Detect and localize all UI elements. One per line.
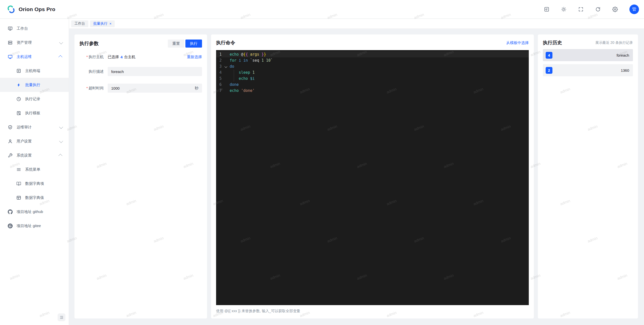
code-square-icon[interactable] [544, 7, 549, 12]
sidebar-item-label: 数据字典项 [25, 181, 44, 186]
code-token: ` [271, 58, 273, 63]
reselect-hosts-link[interactable]: 重新选择 [187, 55, 202, 59]
code-line[interactable]: 7echo 'done' [216, 88, 529, 94]
history-row[interactable]: 4 foreach [543, 49, 633, 61]
code-token: @ [241, 52, 243, 57]
code-token: echo [230, 88, 241, 93]
terminal-icon [16, 68, 21, 73]
sidebar-item-workbench[interactable]: 工作台 [0, 21, 69, 35]
dashboard-icon [8, 26, 13, 31]
sidebar-collapse-button[interactable] [58, 313, 65, 321]
fullscreen-icon[interactable] [578, 7, 584, 12]
host-count-badge: 2 [546, 67, 552, 74]
editor-hint: 使用 @{{ xxx }} 来替换参数, 输入_可以获取全部变量 [216, 309, 529, 313]
app-title: Orion Ops Pro [19, 6, 55, 12]
sidebar-item-label: 资产管理 [17, 40, 32, 45]
sidebar-item-label: 主机运维 [17, 54, 32, 59]
tab-close-icon[interactable]: × [109, 22, 111, 25]
line-number: 7 [216, 88, 222, 94]
desc-input-wrap [108, 67, 202, 76]
history-clock-icon [16, 96, 21, 101]
code-line[interactable]: 2for i in `seq 1 10` [216, 57, 529, 63]
code-token: in [243, 58, 250, 63]
user-icon [8, 139, 13, 144]
sidebar-item-dict-keys[interactable]: 数据字典项 [0, 176, 69, 191]
wrench-icon [8, 153, 13, 158]
tab-label: 工作台 [74, 21, 85, 26]
sidebar-item-host-terminal[interactable]: 主机终端 [0, 64, 69, 78]
code-token: args [248, 52, 261, 57]
chevron-down-icon [59, 125, 63, 129]
refresh-icon[interactable] [595, 7, 601, 12]
chevron-up-icon [58, 55, 62, 59]
sidebar-item-label: 数据字典值 [25, 195, 44, 200]
code-token: i [239, 58, 243, 63]
timeout-label: 超时时间 [79, 86, 104, 91]
code-token: 'done' [241, 88, 255, 93]
run-button[interactable]: 执行 [185, 40, 202, 48]
file-template-icon [16, 111, 21, 116]
timeout-unit: 秒 [195, 86, 198, 91]
exec-history-panel: 执行历史 展示最近 20 条执行记录 4 foreach 2 1360 [538, 34, 638, 318]
code-token: { [243, 52, 246, 57]
sidebar-item-label: 项目地址 github [17, 209, 43, 214]
shield-check-icon [8, 125, 13, 130]
reset-button[interactable]: 重置 [168, 40, 184, 48]
code-token: $i [250, 76, 255, 81]
sidebar-item-label: 执行记录 [25, 97, 40, 101]
panel-title: 执行历史 [543, 40, 562, 46]
server-stack-icon [8, 40, 13, 45]
fold-chevron-icon[interactable] [224, 65, 227, 68]
brand: Orion Ops Pro [7, 5, 55, 14]
history-row[interactable]: 2 1360 [543, 64, 633, 76]
exec-command-panel: 执行命令 从模板中选择 1echo @{{ args }}2for i in `… [211, 34, 534, 318]
sidebar-item-assets[interactable]: 资产管理 [0, 35, 69, 50]
table-icon [16, 195, 21, 200]
sidebar-item-github-link[interactable]: 项目地址 github [0, 205, 69, 219]
sidebar-item-label: 项目地址 gitee [17, 224, 41, 228]
host-selected-prefix: 已选择 [108, 55, 119, 59]
panel-title: 执行参数 [79, 40, 99, 47]
code-token: echo [230, 52, 241, 57]
user-avatar[interactable]: 管 [629, 5, 639, 14]
code-token: `seq [250, 58, 261, 63]
sidebar-item-system-settings[interactable]: 系统设置 [0, 148, 69, 162]
host-count-badge: 4 [546, 52, 552, 59]
line-number: 2 [216, 57, 222, 63]
sidebar-item-system-menu[interactable]: 系统菜单 [0, 162, 69, 176]
theme-sun-icon[interactable] [561, 7, 567, 12]
desc-input[interactable] [111, 69, 198, 74]
code-line[interactable]: 3do [216, 63, 529, 69]
code-line[interactable]: 1echo @{{ args }} [216, 51, 529, 57]
tab-workbench[interactable]: 工作台 [71, 20, 88, 27]
history-row-label: foreach [617, 53, 629, 57]
sidebar-item-batch-exec[interactable]: 批量执行 [0, 78, 69, 92]
code-token: 1 10 [261, 58, 270, 63]
sidebar-item-dict-values[interactable]: 数据字典值 [0, 191, 69, 205]
host-selected-suffix: 台主机 [124, 55, 135, 59]
code-line[interactable]: 5 echo $i [216, 76, 529, 82]
code-token: echo [230, 76, 250, 81]
sidebar-item-user-settings[interactable]: 用户设置 [0, 134, 69, 148]
sidebar-item-gitee-link[interactable]: 项目地址 gitee [0, 219, 69, 233]
tab-batch-exec[interactable]: 批量执行 × [90, 20, 115, 27]
line-number: 4 [216, 69, 222, 76]
desc-label: 执行描述 [79, 69, 104, 74]
sidebar-item-exec-templates[interactable]: 执行模板 [0, 106, 69, 120]
timeout-input[interactable] [111, 86, 193, 90]
code-editor[interactable]: 1echo @{{ args }}2for i in `seq 1 10`3do… [216, 50, 529, 305]
chevron-down-icon [59, 139, 63, 143]
code-line[interactable]: 4 sleep 1 [216, 69, 529, 76]
line-number: 6 [216, 82, 222, 88]
host-count: 4 [120, 55, 123, 59]
sidebar-item-host-ops[interactable]: 主机运维 [0, 50, 69, 64]
settings-gear-icon[interactable] [612, 7, 618, 12]
sidebar-item-label: 运维审计 [17, 125, 32, 130]
sidebar-item-exec-records[interactable]: 执行记录 [0, 92, 69, 106]
line-number: 5 [216, 76, 222, 82]
choose-template-link[interactable]: 从模板中选择 [506, 41, 529, 45]
gitee-icon [8, 223, 13, 228]
code-line[interactable]: 6done [216, 82, 529, 88]
sidebar-item-ops-audit[interactable]: 运维审计 [0, 120, 69, 134]
monitor-icon [8, 54, 13, 59]
